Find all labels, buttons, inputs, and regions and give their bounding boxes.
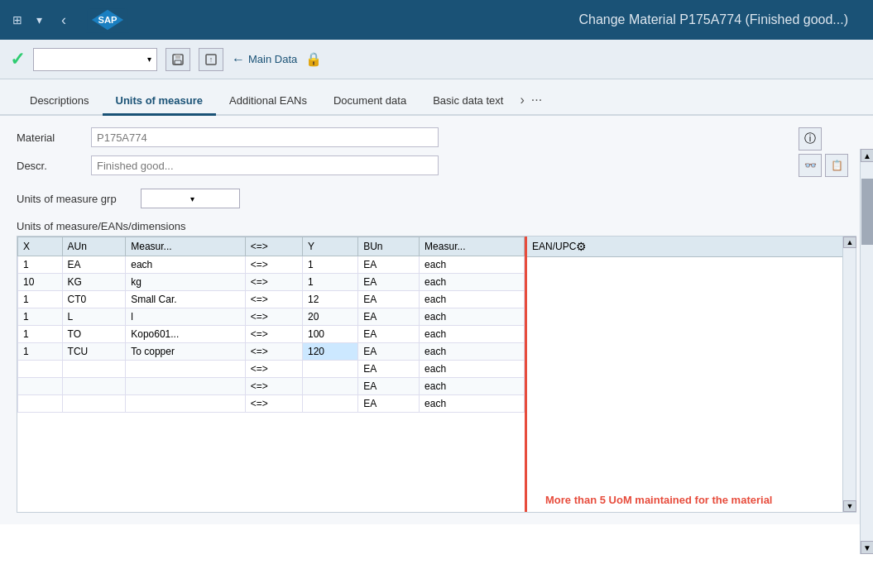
cell-arrow-1[interactable]: <=>	[245, 274, 302, 291]
overflow-tabs-button[interactable]: ···	[528, 86, 545, 114]
lock-icon[interactable]: 🔒	[305, 51, 322, 67]
export-button[interactable]: ↑	[199, 48, 223, 71]
cell-measur2-1[interactable]: each	[420, 274, 525, 291]
save-button[interactable]	[165, 48, 190, 71]
scroll-down-button[interactable]: ▼	[843, 500, 856, 512]
cell-x-8[interactable]	[18, 395, 63, 413]
info-button[interactable]: ⓘ	[799, 127, 822, 151]
cell-measur1-7[interactable]	[126, 378, 246, 395]
cell-measur1-3[interactable]: l	[126, 308, 246, 326]
confirm-button[interactable]: ✓	[10, 49, 25, 70]
table-row[interactable]: 1TCUTo copper<=>120EAeach	[18, 343, 525, 361]
scroll-down-page[interactable]: ▼	[861, 541, 873, 554]
cell-measur1-5[interactable]: To copper	[126, 343, 246, 361]
cell-arrow-8[interactable]: <=>	[245, 395, 302, 413]
cell-aun-1[interactable]: KG	[62, 274, 126, 291]
cell-aun-5[interactable]: TCU	[62, 343, 126, 361]
copy-button[interactable]: 📋	[825, 154, 848, 177]
cell-bun-3[interactable]: EA	[358, 308, 420, 326]
glasses-button[interactable]: 👓	[799, 154, 822, 177]
cell-measur2-6[interactable]: each	[420, 361, 525, 378]
main-data-button[interactable]: ← Main Data	[232, 52, 297, 67]
cell-bun-0[interactable]: EA	[358, 256, 420, 274]
more-tabs-button[interactable]: ›	[516, 86, 527, 114]
cell-y-6[interactable]	[303, 361, 358, 378]
cell-x-4[interactable]: 1	[18, 326, 63, 343]
settings-icon[interactable]: ⚙	[576, 240, 587, 253]
cell-x-2[interactable]: 1	[18, 291, 63, 308]
tab-units-of-measure[interactable]: Units of measure	[103, 88, 216, 116]
cell-bun-4[interactable]: EA	[358, 326, 420, 343]
cell-aun-3[interactable]: L	[62, 308, 126, 326]
table-row[interactable]: 1TOKopo601...<=>100EAeach	[18, 326, 525, 343]
command-dropdown[interactable]: ▾	[33, 48, 157, 71]
cell-y-3[interactable]: 20	[303, 308, 358, 326]
back-icon[interactable]: ‹	[55, 11, 73, 29]
tab-descriptions[interactable]: Descriptions	[17, 88, 103, 116]
table-row[interactable]: 1CT0Small Car.<=>12EAeach	[18, 291, 525, 308]
cell-measur1-0[interactable]: each	[126, 256, 246, 274]
cell-arrow-4[interactable]: <=>	[245, 326, 302, 343]
table-row[interactable]: 1Ll<=>20EAeach	[18, 308, 525, 326]
cell-measur1-1[interactable]: kg	[126, 274, 246, 291]
cell-arrow-7[interactable]: <=>	[245, 378, 302, 395]
cell-arrow-3[interactable]: <=>	[245, 308, 302, 326]
dropdown-icon[interactable]: ▾	[30, 11, 48, 29]
cell-bun-7[interactable]: EA	[358, 378, 420, 395]
cell-x-7[interactable]	[18, 378, 63, 395]
cell-arrow-0[interactable]: <=>	[245, 256, 302, 274]
cell-x-6[interactable]	[18, 361, 63, 378]
cell-arrow-2[interactable]: <=>	[245, 291, 302, 308]
cell-x-3[interactable]: 1	[18, 308, 63, 326]
cell-measur2-8[interactable]: each	[420, 395, 525, 413]
table-row[interactable]: <=>EAeach	[18, 395, 525, 413]
cell-arrow-6[interactable]: <=>	[245, 361, 302, 378]
cell-aun-6[interactable]	[62, 361, 126, 378]
cell-y-7[interactable]	[303, 378, 358, 395]
cell-measur1-4[interactable]: Kopo601...	[126, 326, 246, 343]
cell-measur2-0[interactable]: each	[420, 256, 525, 274]
scroll-thumb[interactable]	[861, 179, 873, 245]
cell-measur1-6[interactable]	[126, 361, 246, 378]
cell-aun-8[interactable]	[62, 395, 126, 413]
table-row[interactable]: 10KGkg<=>1EAeach	[18, 274, 525, 291]
cell-x-0[interactable]: 1	[18, 256, 63, 274]
table-row[interactable]: 1EAeach<=>1EAeach	[18, 256, 525, 274]
descr-input[interactable]	[91, 155, 439, 175]
cell-measur2-7[interactable]: each	[420, 378, 525, 395]
cell-y-4[interactable]: 100	[303, 326, 358, 343]
cell-measur1-8[interactable]	[126, 395, 246, 413]
cell-bun-1[interactable]: EA	[358, 274, 420, 291]
cell-measur2-2[interactable]: each	[420, 291, 525, 308]
cell-bun-8[interactable]: EA	[358, 395, 420, 413]
cell-y-0[interactable]: 1	[303, 256, 358, 274]
table-row[interactable]: <=>EAeach	[18, 361, 525, 378]
cell-measur2-3[interactable]: each	[420, 308, 525, 326]
cell-aun-7[interactable]	[62, 378, 126, 395]
tab-basic-data-text[interactable]: Basic data text	[420, 88, 516, 116]
table-row[interactable]: <=>EAeach	[18, 378, 525, 395]
uom-group-select[interactable]: ▾	[141, 189, 240, 208]
cell-aun-0[interactable]: EA	[62, 256, 126, 274]
cell-measur2-4[interactable]: each	[420, 326, 525, 343]
cell-aun-4[interactable]: TO	[62, 326, 126, 343]
grid-icon[interactable]: ⊞	[8, 11, 26, 29]
cell-bun-6[interactable]: EA	[358, 361, 420, 378]
scroll-up-button[interactable]: ▲	[843, 237, 856, 248]
cell-y-5[interactable]: 120	[303, 343, 358, 361]
material-input[interactable]	[91, 127, 439, 147]
cell-y-2[interactable]: 12	[303, 291, 358, 308]
cell-measur1-2[interactable]: Small Car.	[126, 291, 246, 308]
cell-arrow-5[interactable]: <=>	[245, 343, 302, 361]
cell-bun-5[interactable]: EA	[358, 343, 420, 361]
tab-additional-eans[interactable]: Additional EANs	[216, 88, 320, 116]
cell-y-8[interactable]	[303, 395, 358, 413]
scroll-up-page[interactable]: ▲	[861, 149, 873, 162]
cell-measur2-5[interactable]: each	[420, 343, 525, 361]
cell-aun-2[interactable]: CT0	[62, 291, 126, 308]
cell-x-1[interactable]: 10	[18, 274, 63, 291]
tab-document-data[interactable]: Document data	[320, 88, 420, 116]
cell-bun-2[interactable]: EA	[358, 291, 420, 308]
cell-x-5[interactable]: 1	[18, 343, 63, 361]
cell-y-1[interactable]: 1	[303, 274, 358, 291]
